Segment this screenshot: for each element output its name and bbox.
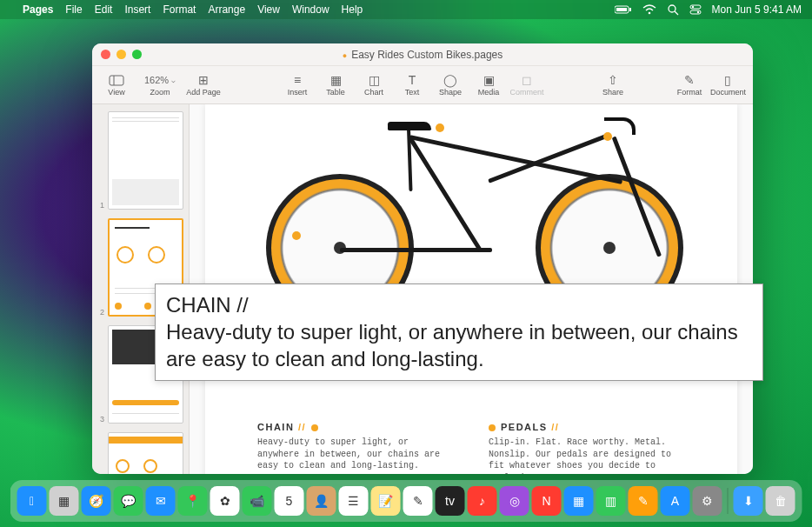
dock-news[interactable]: N: [532, 486, 562, 516]
svg-point-8: [691, 6, 693, 8]
menu-edit[interactable]: Edit: [95, 3, 113, 16]
dock-photos[interactable]: ✿: [210, 486, 240, 516]
dock-appstore[interactable]: A: [661, 486, 690, 516]
dock-trash[interactable]: 🗑: [766, 486, 795, 516]
dock-safari[interactable]: 🧭: [82, 486, 111, 516]
format-button[interactable]: ✎ Format: [672, 66, 707, 104]
document-title: Easy Rides Custom Bikes.pages: [92, 49, 753, 61]
clock[interactable]: Mon Jun 5 9:41 AM: [712, 3, 802, 16]
doc-icon: ▯: [720, 73, 735, 87]
chain-section[interactable]: CHAIN // Heavy-duty to super light, or a…: [257, 422, 454, 474]
sidebar-icon: [109, 73, 124, 87]
text-button[interactable]: T Text: [395, 66, 429, 104]
toolbar: View 162% ⌵ Zoom ⊞ Add Page ≡ Insert ▦ T…: [92, 66, 753, 104]
spotlight-icon[interactable]: [667, 3, 679, 16]
dock-notes[interactable]: 📝: [371, 486, 401, 516]
dock-reminders[interactable]: ☰: [339, 486, 369, 516]
close-window[interactable]: [101, 50, 110, 59]
comment-button: ◻ Comment: [509, 66, 544, 104]
callout-dot-icon: [311, 424, 318, 431]
chart-button[interactable]: ◫ Chart: [356, 66, 391, 104]
seat: [388, 122, 431, 130]
app-menu[interactable]: Pages: [23, 3, 53, 16]
brush-icon: ✎: [682, 73, 697, 87]
menu-help[interactable]: Help: [342, 3, 363, 16]
chart-icon: ◫: [366, 73, 382, 87]
insert-button[interactable]: ≡ Insert: [280, 66, 315, 104]
pedals-section[interactable]: PEDALS // Clip-in. Flat. Race worthy. Me…: [489, 422, 685, 474]
svg-rect-1: [616, 8, 627, 11]
menu-arrange[interactable]: Arrange: [208, 3, 245, 16]
media-button[interactable]: ▣ Media: [471, 66, 506, 104]
pedals-body[interactable]: Clip-in. Flat. Race worthy. Metal. Nonsl…: [489, 437, 685, 474]
svg-rect-7: [690, 10, 701, 14]
table-icon: ▦: [328, 73, 343, 87]
zoom-value: 162% ⌵: [152, 73, 168, 87]
thumb-4[interactable]: 4: [97, 432, 183, 474]
dock-messages[interactable]: 💬: [114, 486, 143, 516]
battery-icon[interactable]: [615, 5, 632, 14]
table-button[interactable]: ▦ Table: [318, 66, 353, 104]
control-center-icon[interactable]: [689, 4, 702, 15]
share-icon: ⇧: [605, 73, 621, 87]
share-button[interactable]: ⇧ Share: [596, 66, 630, 104]
media-icon: ▣: [481, 73, 496, 87]
insert-icon: ≡: [290, 73, 305, 87]
comment-icon: ◻: [519, 73, 535, 87]
svg-rect-10: [110, 76, 123, 85]
minimize-window[interactable]: [116, 50, 126, 59]
svg-rect-2: [629, 8, 631, 11]
hover-line-1: CHAIN //: [166, 291, 752, 318]
menu-insert[interactable]: Insert: [124, 3, 150, 16]
hover-text-overlay: CHAIN // Heavy-duty to super light, or a…: [155, 284, 763, 381]
dock-downloads[interactable]: ⬇: [734, 486, 763, 516]
dock-settings[interactable]: ⚙: [693, 486, 722, 516]
titlebar[interactable]: Easy Rides Custom Bikes.pages: [92, 43, 753, 66]
pages-window: Easy Rides Custom Bikes.pages View 162% …: [92, 43, 753, 474]
dock-keynote[interactable]: ▦: [564, 486, 594, 516]
menu-window[interactable]: Window: [292, 3, 329, 16]
shape-button[interactable]: ◯ Shape: [433, 66, 468, 104]
menubar: Pages File Edit Insert Format Arrange Vi…: [0, 0, 812, 19]
svg-rect-6: [690, 5, 701, 9]
dock-music[interactable]: ♪: [468, 486, 497, 516]
text-icon: T: [404, 73, 420, 87]
zoom-window[interactable]: [132, 50, 142, 59]
document-button[interactable]: ▯ Document: [710, 66, 746, 104]
view-button[interactable]: View: [99, 66, 134, 104]
menu-format[interactable]: Format: [163, 3, 196, 16]
callout-dot: [436, 123, 444, 132]
plus-icon: ⊞: [196, 73, 211, 87]
menu-file[interactable]: File: [65, 3, 82, 16]
dock-podcasts[interactable]: ◎: [500, 486, 529, 516]
wifi-icon[interactable]: [642, 4, 656, 15]
shape-icon: ◯: [443, 73, 458, 87]
pedals-heading: PEDALS //: [489, 422, 685, 432]
svg-point-4: [669, 5, 676, 12]
dock-maps[interactable]: 📍: [178, 486, 208, 516]
dock-contacts[interactable]: 👤: [307, 486, 336, 516]
dock-finder[interactable]: 􀎞: [17, 486, 47, 516]
thumb-1[interactable]: 1: [97, 111, 183, 210]
dock-calendar[interactable]: 5: [275, 486, 304, 516]
chain-heading: CHAIN //: [257, 422, 454, 432]
svg-point-9: [696, 11, 698, 13]
hover-line-2: Heavy-duty to super light, or anywhere i…: [166, 318, 752, 372]
svg-point-3: [648, 12, 650, 15]
dock-mail[interactable]: ✉︎: [146, 486, 176, 516]
chain-body[interactable]: Heavy-duty to super light, or anywhere i…: [257, 437, 454, 472]
dock-tv[interactable]: tv: [436, 486, 465, 516]
dock-freeform[interactable]: ✎: [403, 486, 433, 516]
svg-line-5: [675, 11, 678, 15]
add-page-button[interactable]: ⊞ Add Page: [186, 66, 221, 104]
dock: 􀎞▦🧭💬✉︎📍✿📹5👤☰📝✎tv♪◎N▦▥✎A⚙⬇🗑: [10, 480, 802, 522]
dock-pages[interactable]: ✎: [629, 486, 658, 516]
text-columns: CHAIN // Heavy-duty to super light, or a…: [257, 422, 685, 474]
menu-view[interactable]: View: [257, 3, 280, 16]
dock-numbers[interactable]: ▥: [596, 486, 626, 516]
callout-dot-icon: [489, 424, 496, 431]
dock-facetime[interactable]: 📹: [243, 486, 272, 516]
zoom-button[interactable]: 162% ⌵ Zoom: [137, 66, 183, 104]
dock-launchpad[interactable]: ▦: [50, 486, 79, 516]
callout-dot: [292, 231, 301, 240]
